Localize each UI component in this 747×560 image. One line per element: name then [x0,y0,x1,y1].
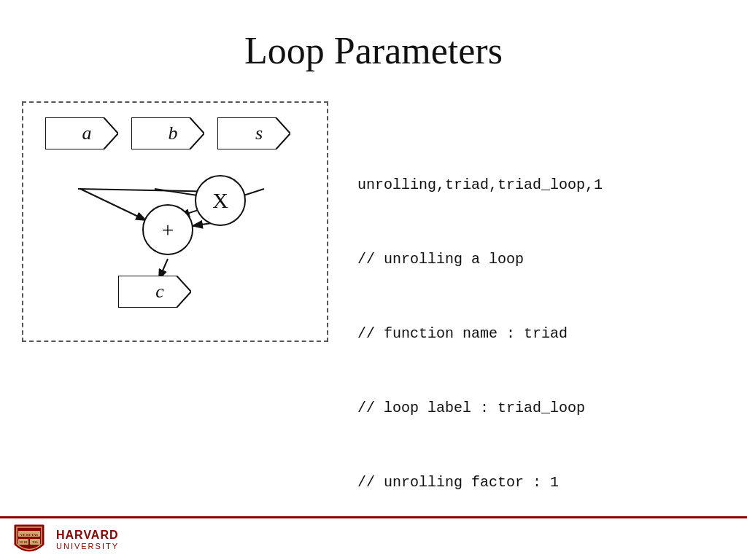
code-line-2: // unrolling a loop [357,247,603,272]
svg-marker-10 [118,276,191,308]
svg-text:VE RI TAS: VE RI TAS [20,533,38,537]
input-label-b: b [169,122,178,144]
input-row: a b s [38,117,312,149]
content-area: a b s [0,94,747,545]
code-area: unrolling,triad,triad_loop,1 // unrollin… [357,101,603,545]
harvard-text: HARVARD UNIVERSITY [56,529,119,551]
svg-marker-2 [217,117,290,149]
code-line-1: unrolling,triad,triad_loop,1 [357,173,603,198]
harvard-shield-icon: VE RI TAS VE RI TAS [11,521,47,558]
input-node-a: a [45,117,118,149]
harvard-sub: UNIVERSITY [56,542,119,551]
svg-text:VE RI: VE RI [19,540,27,544]
input-label-s: s [255,122,263,144]
code-line-4: // loop label : triad_loop [357,396,603,421]
svg-line-7 [80,189,147,221]
page-title: Loop Parameters [0,0,747,94]
multiply-node: X [195,175,246,226]
code-line-3: // function name : triad [357,322,603,346]
diagram-box: a b s [22,101,328,342]
code-line-5: // unrolling factor : 1 [357,470,603,495]
input-node-b: b [131,117,204,149]
bottom-bar: VE RI TAS VE RI TAS HARVARD UNIVERSITY [0,516,747,560]
add-node: + [142,204,193,255]
output-node-c: c [118,276,191,308]
harvard-name: HARVARD [56,529,119,542]
svg-text:TAS: TAS [32,540,38,544]
input-label-a: a [82,122,92,144]
diagram-lower: X + c [38,157,315,317]
output-label-c: c [155,281,164,303]
input-node-s: s [217,117,290,149]
